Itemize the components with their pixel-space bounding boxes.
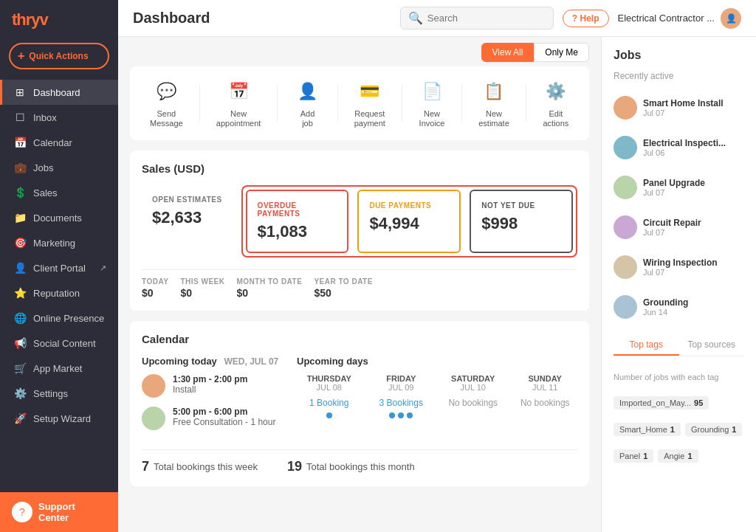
sales-cards: OPEN ESTIMATES $2,633 OVERDUE PAYMENTS $… [142,185,577,258]
action-new-estimate[interactable]: 📋 Newestimate [478,78,509,128]
new-appointment-icon: 📅 [225,78,252,105]
support-icon: ? [12,502,32,522]
job-item-5: Wiring Inspection Jul 07 [614,255,744,279]
sidebar-item-online-presence[interactable]: 🌐 Online Presence [0,305,118,331]
main-content: Dashboard 🔍 ? Help Electrical Contractor… [118,0,756,532]
page-title: Dashboard [133,10,210,27]
job-name[interactable]: Grounding [643,297,744,308]
tag-angie[interactable]: Angie 1 [658,449,698,463]
calendar-content: Upcoming today WED, JUL 07 1:30 pm - 2:0… [142,356,577,439]
stat-value: $50 [314,287,373,299]
sidebar-item-settings[interactable]: ⚙️ Settings [0,381,118,406]
sidebar-item-label: Calendar [33,137,72,148]
stat-value: $0 [236,287,302,299]
booking-dot [389,412,395,418]
tag-grounding[interactable]: Grounding 1 [685,423,743,436]
panel-tabs: Top tags Top sources [614,335,744,356]
event-time: 1:30 pm - 2:00 pm [173,374,282,384]
sidebar-item-documents[interactable]: 📁 Documents [0,205,118,230]
due-payments-card: DUE PAYMENTS $4,994 [357,190,461,253]
sidebar-item-sales[interactable]: 💲 Sales [0,180,118,205]
no-bookings: No bookings [513,398,578,408]
user-menu[interactable]: Electrical Contractor ... 👤 [618,8,742,29]
job-item-4: Circuit Repair Jul 07 [614,215,744,239]
sidebar-item-reputation[interactable]: ⭐ Reputation [0,280,118,305]
week-total-num: 7 [142,459,149,474]
setup-wizard-icon: 🚀 [14,412,26,424]
sidebar-item-marketing[interactable]: 🎯 Marketing [0,230,118,255]
sales-stats-row: TODAY $0 THIS WEEK $0 MONTH TO DATE $0 Y… [142,269,577,299]
stat-label: THIS WEEK [180,277,224,286]
action-add-job[interactable]: 👤 Addjob [295,78,321,128]
job-name[interactable]: Wiring Inspection [643,258,744,268]
action-new-appointment[interactable]: 📅 Newappointment [216,78,261,128]
upcoming-days-label: Upcoming days [297,356,577,367]
job-name[interactable]: Circuit Repair [643,218,744,228]
quick-actions-button[interactable]: + Quick Actions [9,43,109,69]
support-center[interactable]: ? Support Center [0,492,118,532]
only-me-button[interactable]: Only Me [534,43,589,62]
booking-dots [297,412,362,418]
stat-label: YEAR TO DATE [314,277,373,286]
tag-label: Grounding [691,425,729,434]
event-name: Install [173,384,282,395]
sales-title: Sales (USD) [142,162,577,175]
booking-link[interactable]: 3 Bookings [369,398,434,408]
support-label: Support Center [38,501,106,523]
booking-link[interactable]: 1 Booking [297,398,362,408]
job-info: Smart Home Install Jul 07 [643,98,744,117]
sidebar-item-label: Sales [33,187,58,198]
tag-smart-home[interactable]: Smart_Home 1 [614,423,681,436]
tag-label: Imported_on_May... [619,398,691,407]
day-header: SUNDAY JUL 11 [513,374,578,392]
jobs-panel-subtitle: Recently active [614,71,744,81]
month-total-label: Total bookings this month [306,461,415,472]
action-request-payment[interactable]: 💳 Requestpayment [354,78,385,128]
job-date: Jul 07 [643,228,744,237]
job-info: Wiring Inspection Jul 07 [643,258,744,277]
day-content: 1 Booking [297,398,362,418]
day-date: JUL 11 [513,383,578,392]
search-input[interactable] [427,13,546,24]
sidebar-item-label: Reputation [33,288,80,299]
action-edit-actions[interactable]: ⚙️ Editactions [543,78,569,128]
action-new-invoice[interactable]: 📄 NewInvoice [419,78,445,128]
job-name[interactable]: Panel Upgrade [643,178,744,188]
job-avatar [614,255,637,279]
action-label: NewInvoice [419,109,445,128]
tag-panel[interactable]: Panel 1 [614,449,653,463]
day-friday: FRIDAY JUL 09 3 Bookings [369,374,434,418]
not-due-label: NOT YET DUE [481,201,561,210]
tab-top-sources[interactable]: Top sources [679,335,745,356]
not-due-value: $998 [481,214,561,233]
content-area: View All Only Me 💬 SendMessage 📅 Newappo… [118,37,756,532]
sidebar-item-inbox[interactable]: ☐ Inbox [0,105,118,130]
sidebar-item-social-content[interactable]: 📢 Social Content [0,331,118,356]
job-avatar [614,136,637,159]
job-avatar [614,215,637,239]
sidebar-item-dashboard[interactable]: ⊞ Dashboard [0,80,118,105]
online-presence-icon: 🌐 [14,312,26,324]
day-date: JUL 08 [297,383,362,392]
sidebar-item-client-portal[interactable]: 👤 Client Portal ↗ [0,255,118,280]
sidebar-item-jobs[interactable]: 💼 Jobs [0,155,118,180]
view-all-button[interactable]: View All [481,43,535,62]
job-name[interactable]: Electrical Inspecti... [643,138,744,148]
calendar-footer: 7 Total bookings this week 19 Total book… [142,449,577,474]
sidebar-item-label: Marketing [33,238,75,249]
job-item-6: Grounding Jun 14 [614,295,744,319]
tag-section-label: Number of jobs with each tag [614,373,744,381]
sidebar-item-setup-wizard[interactable]: 🚀 Setup Wizard [0,406,118,431]
action-label: SendMessage [150,109,183,128]
sidebar-item-label: Jobs [33,162,53,173]
tab-top-tags[interactable]: Top tags [614,335,679,356]
job-name[interactable]: Smart Home Install [643,98,744,108]
action-send-message[interactable]: 💬 SendMessage [150,78,183,128]
search-bar[interactable]: 🔍 [400,7,554,30]
booking-dot [407,412,413,418]
help-button[interactable]: ? Help [563,10,609,27]
tag-imported[interactable]: Imported_on_May... 95 [614,396,709,410]
sidebar-item-app-market[interactable]: 🛒 App Market [0,356,118,381]
sidebar-item-calendar[interactable]: 📅 Calendar [0,130,118,155]
job-info: Electrical Inspecti... Jul 06 [643,138,744,157]
